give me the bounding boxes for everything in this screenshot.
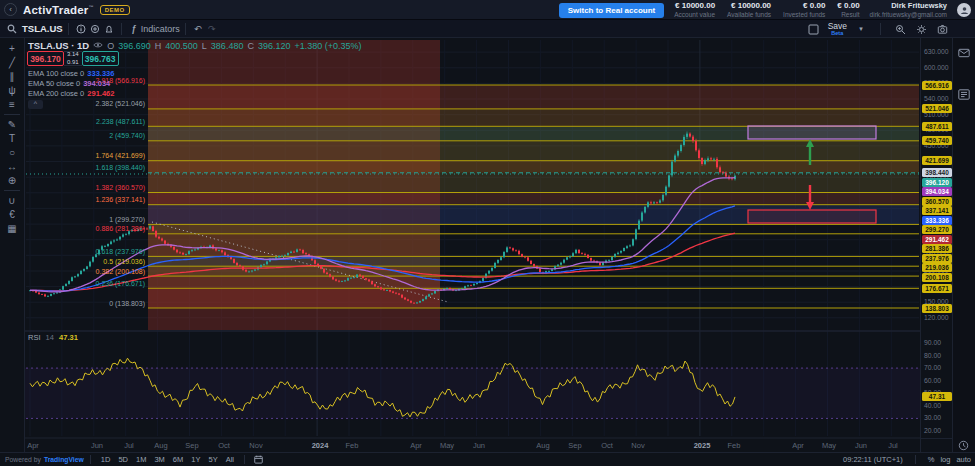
pitchfork-tool[interactable]: ψ — [3, 84, 21, 97]
log-scale-button[interactable]: log — [940, 455, 950, 464]
indicators-button[interactable]: Indicators — [141, 24, 180, 34]
compare-icon[interactable] — [88, 22, 102, 36]
price-axis-badge: 47.31 — [922, 392, 952, 401]
price-axis-badge: 299.270 — [922, 225, 952, 234]
ma-legend-row[interactable]: EMA 100 close 0333.336 — [28, 69, 114, 79]
shapes-tool[interactable]: ○ — [3, 146, 21, 159]
sidebar-collapse-icon[interactable]: ‹ — [4, 3, 17, 16]
svg-text:Jun: Jun — [91, 441, 103, 450]
account-stat: € 0.00Result — [837, 2, 859, 18]
ma-legend-row[interactable]: EMA 200 close 0291.462 — [28, 89, 114, 99]
powered-by-label: Powered by — [5, 456, 41, 463]
timeframe-1m[interactable]: 1M — [132, 455, 150, 464]
timeframe-all[interactable]: All — [222, 455, 238, 464]
text-tool[interactable]: T — [3, 132, 21, 145]
ma-legend-row[interactable]: EMA 50 close 0394.034 — [28, 79, 114, 89]
zoom-tool[interactable]: ⊕ — [3, 174, 21, 187]
account-stat: € 0.00Invested funds — [783, 2, 825, 18]
measure-tool[interactable]: ↔ — [3, 160, 21, 173]
rsi-axis-label: 80.00 — [924, 352, 941, 359]
fib-zones — [148, 85, 919, 308]
time-axis[interactable]: AprJunJulAugSepOctNov2024FebAprMayJunAug… — [27, 441, 898, 450]
ohlc-h-label: H — [155, 41, 162, 51]
price-axis[interactable]: 120.000150.000180.000210.000240.000270.0… — [920, 38, 952, 452]
account-stat: € 10000.00Account value — [674, 2, 715, 18]
sell-button[interactable]: 396.170 — [27, 51, 64, 66]
price-axis-badge: 398.440 — [922, 168, 952, 177]
legend-symbol: TSLA.US · 1D — [28, 40, 89, 51]
undo-icon[interactable]: ↶ — [191, 22, 205, 36]
currency-tool[interactable]: € — [3, 208, 21, 221]
symbol-button[interactable]: TSLA.US — [22, 23, 63, 34]
news-panel-icon[interactable] — [958, 86, 970, 104]
price-axis-badge: 200.108 — [922, 273, 952, 282]
tradingview-link[interactable]: TradingView — [44, 456, 84, 463]
svg-text:1 (299.270): 1 (299.270) — [109, 216, 145, 224]
timeframe-1d[interactable]: 1D — [97, 455, 115, 464]
settings-gear-icon[interactable] — [914, 22, 928, 36]
percent-scale-button[interactable]: % — [928, 455, 935, 464]
svg-text:1.236 (337.141): 1.236 (337.141) — [96, 196, 145, 204]
fib-labels: 2.918 (566.916)2.382 (521.046)2.238 (487… — [96, 77, 145, 308]
save-layout-button[interactable]: SaveBeta — [828, 22, 847, 36]
chart-legend[interactable]: TSLA.US · 1D O396.690 H400.500 L386.480 … — [28, 40, 362, 51]
price-axis-badge: 421.699 — [922, 156, 952, 165]
screenshot-camera-icon[interactable] — [935, 22, 949, 36]
supply-box[interactable] — [748, 126, 876, 139]
object-tree-tool[interactable]: ▦ — [3, 222, 21, 235]
price-axis-label: 540.000 — [924, 95, 949, 102]
rsi-axis-label: 90.00 — [924, 339, 941, 346]
right-panel-strip — [952, 38, 975, 452]
alert-icon[interactable] — [102, 22, 116, 36]
fib-retracement-tool[interactable]: ≡ — [3, 98, 21, 111]
user-info[interactable]: Dirk Frituewsky dirk.frituewsky@gmail.co… — [870, 2, 947, 18]
auto-scale-button[interactable]: auto — [956, 455, 971, 464]
ma-legend: EMA 100 close 0333.336EMA 50 close 0394.… — [28, 69, 114, 99]
mail-icon[interactable] — [958, 44, 970, 62]
timeframe-5d[interactable]: 5D — [114, 455, 132, 464]
demand-box[interactable] — [748, 210, 876, 223]
clock-time[interactable]: 09:22:11 (UTC+1) — [843, 455, 903, 464]
brush-tool[interactable]: ✎ — [3, 118, 21, 131]
svg-text:2.238 (487.611): 2.238 (487.611) — [96, 118, 145, 126]
save-caret-icon[interactable]: ▾ — [854, 22, 868, 36]
avatar[interactable] — [957, 3, 971, 17]
svg-text:2 (459.740): 2 (459.740) — [109, 132, 145, 140]
search-icon[interactable] — [5, 22, 19, 36]
timeframe-1y[interactable]: 1Y — [187, 455, 204, 464]
svg-text:1.618 (398.440): 1.618 (398.440) — [96, 164, 145, 172]
user-name: Dirk Frituewsky — [891, 2, 947, 11]
timeframe-6m[interactable]: 6M — [169, 455, 187, 464]
price-chart[interactable]: 2.918 (566.916)2.382 (521.046)2.238 (487… — [25, 38, 920, 452]
crosshair-tool[interactable]: + — [3, 42, 21, 55]
timeframe-5y[interactable]: 5Y — [204, 455, 221, 464]
rsi-axis-label: 70.00 — [924, 364, 941, 371]
ohlc-l-value: 386.480 — [211, 41, 244, 51]
eye-icon[interactable] — [93, 41, 103, 51]
layout-grid-icon[interactable] — [807, 22, 821, 36]
quick-search-icon[interactable] — [893, 22, 907, 36]
buy-button[interactable]: 396.763 — [82, 51, 119, 66]
parallel-channel-tool[interactable]: ∥ — [3, 70, 21, 83]
timeframe-3m[interactable]: 3M — [150, 455, 168, 464]
svg-text:Jun: Jun — [473, 441, 485, 450]
redo-icon[interactable]: ↷ — [205, 22, 219, 36]
switch-to-real-button[interactable]: Switch to Real account — [559, 3, 665, 18]
svg-text:Oct: Oct — [601, 441, 614, 450]
svg-text:2.382 (521.046): 2.382 (521.046) — [96, 100, 145, 108]
price-axis-badge: 566.916 — [922, 81, 952, 90]
ohlc-c-value: 396.120 — [258, 41, 291, 51]
trend-line-tool[interactable]: ╱ — [3, 56, 21, 69]
user-email: dirk.frituewsky@gmail.com — [870, 11, 947, 18]
spread-bottom: 0.91 — [67, 59, 79, 66]
rsi-legend[interactable]: RSI 14 47.31 — [28, 333, 78, 342]
rsi-axis-label: 20.00 — [924, 427, 941, 434]
info-icon[interactable] — [74, 22, 88, 36]
legend-collapse-button[interactable]: ^ — [28, 100, 43, 109]
svg-text:Nov: Nov — [631, 441, 645, 450]
rsi-axis-label: 40.00 — [924, 402, 941, 409]
rsi-value: 47.31 — [59, 333, 78, 342]
magnet-tool[interactable]: ∪ — [3, 194, 21, 207]
go-to-date-icon[interactable] — [251, 453, 265, 466]
price-axis-label: 120.000 — [924, 314, 949, 321]
